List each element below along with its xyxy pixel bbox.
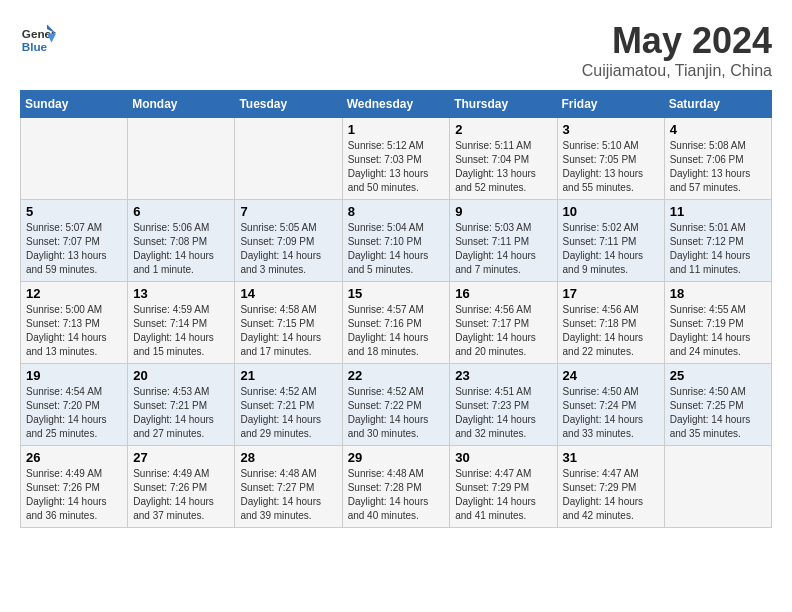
- day-number: 24: [563, 368, 659, 383]
- day-number: 20: [133, 368, 229, 383]
- calendar-cell: [235, 118, 342, 200]
- calendar-subtitle: Cuijiamatou, Tianjin, China: [582, 62, 772, 80]
- day-number: 25: [670, 368, 766, 383]
- weekday-header-monday: Monday: [128, 91, 235, 118]
- day-info: Sunrise: 5:04 AM Sunset: 7:10 PM Dayligh…: [348, 221, 445, 277]
- calendar-table: SundayMondayTuesdayWednesdayThursdayFrid…: [20, 90, 772, 528]
- calendar-cell: [128, 118, 235, 200]
- day-info: Sunrise: 4:52 AM Sunset: 7:22 PM Dayligh…: [348, 385, 445, 441]
- day-info: Sunrise: 5:00 AM Sunset: 7:13 PM Dayligh…: [26, 303, 122, 359]
- day-info: Sunrise: 4:56 AM Sunset: 7:18 PM Dayligh…: [563, 303, 659, 359]
- week-row-3: 12Sunrise: 5:00 AM Sunset: 7:13 PM Dayli…: [21, 282, 772, 364]
- day-number: 4: [670, 122, 766, 137]
- day-number: 18: [670, 286, 766, 301]
- day-number: 3: [563, 122, 659, 137]
- day-info: Sunrise: 4:57 AM Sunset: 7:16 PM Dayligh…: [348, 303, 445, 359]
- calendar-cell: 15Sunrise: 4:57 AM Sunset: 7:16 PM Dayli…: [342, 282, 450, 364]
- day-info: Sunrise: 4:53 AM Sunset: 7:21 PM Dayligh…: [133, 385, 229, 441]
- calendar-cell: 16Sunrise: 4:56 AM Sunset: 7:17 PM Dayli…: [450, 282, 557, 364]
- calendar-cell: 14Sunrise: 4:58 AM Sunset: 7:15 PM Dayli…: [235, 282, 342, 364]
- day-number: 31: [563, 450, 659, 465]
- day-info: Sunrise: 5:12 AM Sunset: 7:03 PM Dayligh…: [348, 139, 445, 195]
- day-info: Sunrise: 4:48 AM Sunset: 7:27 PM Dayligh…: [240, 467, 336, 523]
- calendar-cell: 25Sunrise: 4:50 AM Sunset: 7:25 PM Dayli…: [664, 364, 771, 446]
- calendar-cell: 24Sunrise: 4:50 AM Sunset: 7:24 PM Dayli…: [557, 364, 664, 446]
- day-info: Sunrise: 4:52 AM Sunset: 7:21 PM Dayligh…: [240, 385, 336, 441]
- calendar-cell: 2Sunrise: 5:11 AM Sunset: 7:04 PM Daylig…: [450, 118, 557, 200]
- day-info: Sunrise: 5:01 AM Sunset: 7:12 PM Dayligh…: [670, 221, 766, 277]
- day-number: 15: [348, 286, 445, 301]
- day-info: Sunrise: 4:49 AM Sunset: 7:26 PM Dayligh…: [133, 467, 229, 523]
- day-info: Sunrise: 5:05 AM Sunset: 7:09 PM Dayligh…: [240, 221, 336, 277]
- day-info: Sunrise: 5:06 AM Sunset: 7:08 PM Dayligh…: [133, 221, 229, 277]
- calendar-cell: 8Sunrise: 5:04 AM Sunset: 7:10 PM Daylig…: [342, 200, 450, 282]
- day-number: 30: [455, 450, 551, 465]
- day-info: Sunrise: 4:54 AM Sunset: 7:20 PM Dayligh…: [26, 385, 122, 441]
- page-header: General Blue May 2024 Cuijiamatou, Tianj…: [20, 20, 772, 80]
- calendar-cell: 31Sunrise: 4:47 AM Sunset: 7:29 PM Dayli…: [557, 446, 664, 528]
- day-number: 8: [348, 204, 445, 219]
- calendar-cell: 11Sunrise: 5:01 AM Sunset: 7:12 PM Dayli…: [664, 200, 771, 282]
- calendar-cell: [664, 446, 771, 528]
- day-number: 27: [133, 450, 229, 465]
- day-number: 13: [133, 286, 229, 301]
- calendar-cell: 6Sunrise: 5:06 AM Sunset: 7:08 PM Daylig…: [128, 200, 235, 282]
- week-row-2: 5Sunrise: 5:07 AM Sunset: 7:07 PM Daylig…: [21, 200, 772, 282]
- calendar-cell: 19Sunrise: 4:54 AM Sunset: 7:20 PM Dayli…: [21, 364, 128, 446]
- day-info: Sunrise: 5:10 AM Sunset: 7:05 PM Dayligh…: [563, 139, 659, 195]
- weekday-header-saturday: Saturday: [664, 91, 771, 118]
- calendar-cell: 30Sunrise: 4:47 AM Sunset: 7:29 PM Dayli…: [450, 446, 557, 528]
- day-number: 12: [26, 286, 122, 301]
- day-number: 9: [455, 204, 551, 219]
- calendar-cell: 1Sunrise: 5:12 AM Sunset: 7:03 PM Daylig…: [342, 118, 450, 200]
- calendar-cell: 21Sunrise: 4:52 AM Sunset: 7:21 PM Dayli…: [235, 364, 342, 446]
- calendar-cell: 3Sunrise: 5:10 AM Sunset: 7:05 PM Daylig…: [557, 118, 664, 200]
- day-number: 28: [240, 450, 336, 465]
- calendar-cell: 13Sunrise: 4:59 AM Sunset: 7:14 PM Dayli…: [128, 282, 235, 364]
- weekday-header-wednesday: Wednesday: [342, 91, 450, 118]
- weekday-header-row: SundayMondayTuesdayWednesdayThursdayFrid…: [21, 91, 772, 118]
- week-row-4: 19Sunrise: 4:54 AM Sunset: 7:20 PM Dayli…: [21, 364, 772, 446]
- week-row-5: 26Sunrise: 4:49 AM Sunset: 7:26 PM Dayli…: [21, 446, 772, 528]
- title-area: May 2024 Cuijiamatou, Tianjin, China: [582, 20, 772, 80]
- day-info: Sunrise: 4:59 AM Sunset: 7:14 PM Dayligh…: [133, 303, 229, 359]
- day-number: 6: [133, 204, 229, 219]
- day-info: Sunrise: 4:47 AM Sunset: 7:29 PM Dayligh…: [563, 467, 659, 523]
- weekday-header-sunday: Sunday: [21, 91, 128, 118]
- day-number: 29: [348, 450, 445, 465]
- day-number: 17: [563, 286, 659, 301]
- calendar-cell: 12Sunrise: 5:00 AM Sunset: 7:13 PM Dayli…: [21, 282, 128, 364]
- calendar-cell: 18Sunrise: 4:55 AM Sunset: 7:19 PM Dayli…: [664, 282, 771, 364]
- day-number: 23: [455, 368, 551, 383]
- day-info: Sunrise: 4:56 AM Sunset: 7:17 PM Dayligh…: [455, 303, 551, 359]
- calendar-cell: 26Sunrise: 4:49 AM Sunset: 7:26 PM Dayli…: [21, 446, 128, 528]
- calendar-cell: 7Sunrise: 5:05 AM Sunset: 7:09 PM Daylig…: [235, 200, 342, 282]
- calendar-cell: 29Sunrise: 4:48 AM Sunset: 7:28 PM Dayli…: [342, 446, 450, 528]
- day-info: Sunrise: 4:49 AM Sunset: 7:26 PM Dayligh…: [26, 467, 122, 523]
- day-number: 7: [240, 204, 336, 219]
- calendar-cell: 4Sunrise: 5:08 AM Sunset: 7:06 PM Daylig…: [664, 118, 771, 200]
- day-number: 2: [455, 122, 551, 137]
- calendar-cell: 10Sunrise: 5:02 AM Sunset: 7:11 PM Dayli…: [557, 200, 664, 282]
- day-info: Sunrise: 5:03 AM Sunset: 7:11 PM Dayligh…: [455, 221, 551, 277]
- day-number: 1: [348, 122, 445, 137]
- day-info: Sunrise: 5:07 AM Sunset: 7:07 PM Dayligh…: [26, 221, 122, 277]
- calendar-cell: 5Sunrise: 5:07 AM Sunset: 7:07 PM Daylig…: [21, 200, 128, 282]
- day-info: Sunrise: 4:51 AM Sunset: 7:23 PM Dayligh…: [455, 385, 551, 441]
- logo-icon: General Blue: [20, 20, 56, 56]
- day-number: 16: [455, 286, 551, 301]
- logo: General Blue: [20, 20, 60, 56]
- day-info: Sunrise: 5:02 AM Sunset: 7:11 PM Dayligh…: [563, 221, 659, 277]
- weekday-header-friday: Friday: [557, 91, 664, 118]
- weekday-header-thursday: Thursday: [450, 91, 557, 118]
- day-number: 5: [26, 204, 122, 219]
- calendar-cell: 23Sunrise: 4:51 AM Sunset: 7:23 PM Dayli…: [450, 364, 557, 446]
- day-info: Sunrise: 4:48 AM Sunset: 7:28 PM Dayligh…: [348, 467, 445, 523]
- calendar-cell: 27Sunrise: 4:49 AM Sunset: 7:26 PM Dayli…: [128, 446, 235, 528]
- weekday-header-tuesday: Tuesday: [235, 91, 342, 118]
- day-info: Sunrise: 4:58 AM Sunset: 7:15 PM Dayligh…: [240, 303, 336, 359]
- day-number: 22: [348, 368, 445, 383]
- day-info: Sunrise: 4:47 AM Sunset: 7:29 PM Dayligh…: [455, 467, 551, 523]
- week-row-1: 1Sunrise: 5:12 AM Sunset: 7:03 PM Daylig…: [21, 118, 772, 200]
- calendar-cell: 9Sunrise: 5:03 AM Sunset: 7:11 PM Daylig…: [450, 200, 557, 282]
